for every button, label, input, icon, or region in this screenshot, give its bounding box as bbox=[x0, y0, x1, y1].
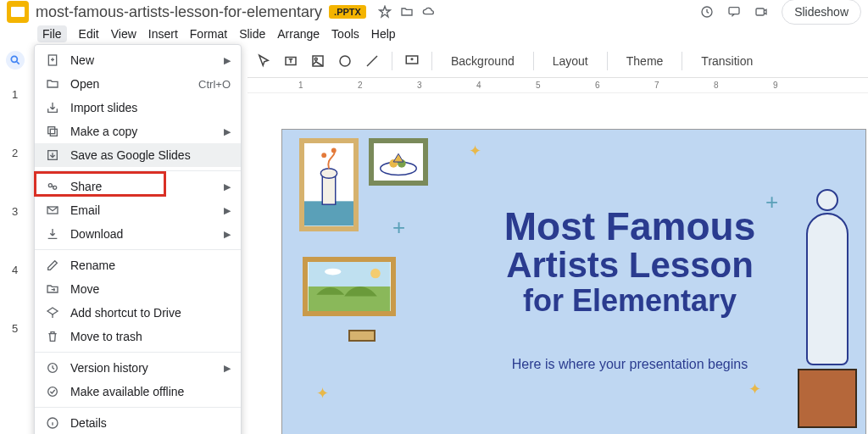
menu-make-available-offline[interactable]: Make available offline bbox=[35, 380, 241, 403]
separator bbox=[533, 52, 534, 70]
svg-point-8 bbox=[48, 184, 52, 187]
share-icon bbox=[45, 179, 60, 194]
select-icon[interactable] bbox=[256, 53, 271, 69]
shortcut-icon bbox=[45, 305, 60, 320]
separator bbox=[35, 407, 241, 408]
menu-tools[interactable]: Tools bbox=[331, 27, 359, 41]
separator bbox=[607, 52, 608, 70]
theme-button[interactable]: Theme bbox=[620, 51, 670, 71]
file-dropdown: New▶ OpenCtrl+O Import slides Make a cop… bbox=[34, 44, 242, 434]
svg-point-30 bbox=[370, 269, 381, 279]
download-icon bbox=[45, 226, 60, 242]
menu-add-shortcut[interactable]: Add shortcut to Drive bbox=[35, 301, 241, 325]
statue-graphic bbox=[798, 189, 857, 409]
menu-bar: File Edit View Insert Format Slide Arran… bbox=[0, 24, 868, 44]
svg-point-17 bbox=[314, 58, 317, 60]
svg-point-24 bbox=[331, 148, 337, 153]
import-icon bbox=[45, 100, 60, 115]
layout-button[interactable]: Layout bbox=[546, 51, 595, 71]
move-folder-icon[interactable] bbox=[400, 5, 414, 19]
move-icon bbox=[45, 281, 60, 297]
menu-details[interactable]: Details bbox=[35, 411, 241, 434]
sparkle-icon: ✦ bbox=[316, 384, 328, 396]
present-camera-icon[interactable] bbox=[754, 5, 768, 19]
line-icon[interactable] bbox=[364, 53, 380, 69]
thumb-2[interactable]: 2 bbox=[12, 147, 34, 159]
folder-icon bbox=[45, 76, 60, 92]
svg-point-18 bbox=[340, 56, 350, 66]
menu-open[interactable]: OpenCtrl+O bbox=[35, 72, 241, 96]
cloud-status-icon[interactable] bbox=[422, 5, 436, 19]
slide-canvas[interactable]: ✦ + ✦ ✦ + Most Famous Artists Lesson for… bbox=[281, 129, 866, 434]
svg-rect-29 bbox=[309, 287, 391, 311]
star-icon[interactable] bbox=[378, 5, 392, 19]
menu-share[interactable]: Share▶ bbox=[35, 175, 241, 198]
email-icon bbox=[45, 203, 60, 218]
thumb-1[interactable]: 1 bbox=[12, 88, 34, 101]
thumb-5[interactable]: 5 bbox=[12, 322, 34, 335]
menu-import-slides[interactable]: Import slides bbox=[35, 96, 241, 120]
plaque-graphic bbox=[348, 330, 376, 342]
menu-move[interactable]: Move bbox=[35, 277, 241, 301]
svg-point-31 bbox=[325, 269, 341, 275]
svg-rect-21 bbox=[322, 176, 335, 204]
menu-edit[interactable]: Edit bbox=[79, 27, 99, 41]
svg-point-12 bbox=[48, 387, 58, 397]
copy-icon bbox=[45, 124, 60, 139]
menu-view[interactable]: View bbox=[111, 27, 136, 41]
rename-icon bbox=[45, 258, 60, 273]
transition-button[interactable]: Transition bbox=[694, 51, 760, 71]
menu-insert[interactable]: Insert bbox=[148, 27, 178, 41]
slide-subtitle[interactable]: Here is where your presentation begins bbox=[418, 357, 842, 372]
svg-rect-6 bbox=[48, 127, 55, 134]
separator bbox=[392, 52, 392, 70]
menu-move-to-trash[interactable]: Move to trash bbox=[35, 325, 241, 348]
new-icon bbox=[45, 53, 60, 68]
trash-icon bbox=[45, 329, 60, 344]
menu-rename[interactable]: Rename bbox=[35, 253, 241, 277]
thumb-4[interactable]: 4 bbox=[12, 264, 34, 276]
background-button[interactable]: Background bbox=[444, 51, 521, 71]
menu-email[interactable]: Email▶ bbox=[35, 198, 241, 222]
menu-version-history[interactable]: Version history▶ bbox=[35, 356, 241, 380]
offline-icon bbox=[45, 384, 60, 399]
document-title[interactable]: most-famous-artists-lesson-for-elementar… bbox=[36, 3, 322, 21]
menu-save-as-google-slides[interactable]: Save as Google Slides bbox=[35, 143, 241, 167]
history-icon[interactable] bbox=[700, 5, 714, 19]
menu-download[interactable]: Download▶ bbox=[35, 222, 241, 246]
menu-format[interactable]: Format bbox=[190, 27, 227, 41]
svg-point-3 bbox=[11, 56, 17, 62]
slideshow-button[interactable]: Slideshow bbox=[782, 0, 861, 25]
textbox-icon[interactable] bbox=[283, 53, 298, 69]
fruit-painting bbox=[369, 138, 428, 186]
slide-title[interactable]: Most Famous Artists Lesson for Elementar… bbox=[418, 206, 842, 318]
comment-add-icon[interactable] bbox=[404, 53, 420, 69]
menu-arrange[interactable]: Arrange bbox=[277, 27, 320, 41]
slide-thumbnails: 1 2 3 4 5 bbox=[12, 88, 34, 335]
search-icon[interactable] bbox=[6, 51, 25, 70]
separator bbox=[682, 52, 682, 70]
sparkle-icon: ✦ bbox=[748, 380, 760, 392]
menu-slide[interactable]: Slide bbox=[239, 27, 265, 41]
plus-icon: + bbox=[765, 189, 777, 201]
svg-point-22 bbox=[320, 169, 337, 179]
slides-logo-icon[interactable] bbox=[7, 1, 29, 23]
menu-help[interactable]: Help bbox=[371, 27, 396, 41]
image-icon[interactable] bbox=[310, 53, 326, 69]
menu-new[interactable]: New▶ bbox=[35, 48, 241, 72]
shape-icon[interactable] bbox=[337, 53, 353, 69]
comments-icon[interactable] bbox=[727, 5, 741, 19]
thumb-3[interactable]: 3 bbox=[12, 205, 34, 218]
sparkle-icon: ✦ bbox=[469, 142, 481, 153]
svg-rect-2 bbox=[756, 8, 764, 15]
separator bbox=[35, 249, 241, 250]
history-icon bbox=[45, 360, 60, 376]
menu-file[interactable]: File bbox=[37, 25, 67, 42]
svg-rect-1 bbox=[729, 8, 739, 14]
menu-make-copy[interactable]: Make a copy▶ bbox=[35, 120, 241, 143]
svg-rect-5 bbox=[50, 129, 57, 136]
ruler: 1 2 3 4 5 6 7 8 9 bbox=[248, 78, 868, 93]
separator bbox=[35, 352, 241, 353]
plus-icon: + bbox=[392, 214, 404, 226]
titlebar: most-famous-artists-lesson-for-elementar… bbox=[0, 0, 868, 24]
